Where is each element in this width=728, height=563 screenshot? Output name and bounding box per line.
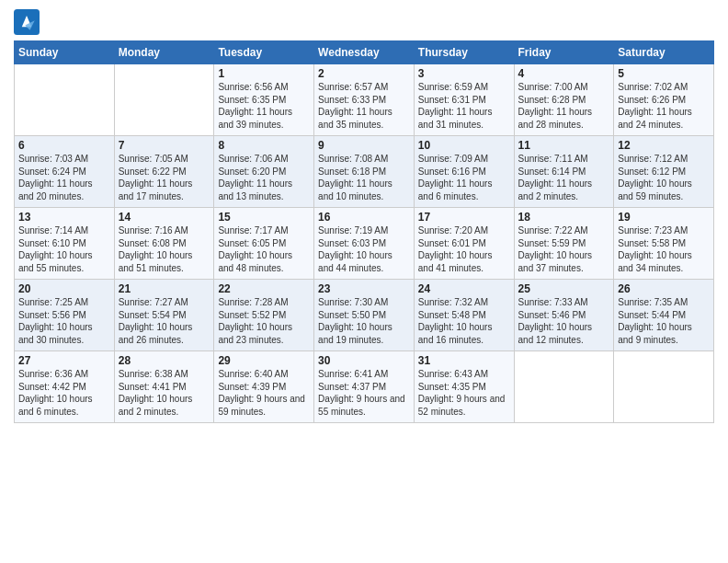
- day-number: 17: [418, 211, 510, 224]
- day-cell: 6Sunrise: 7:03 AMSunset: 6:24 PMDaylight…: [15, 136, 115, 208]
- day-detail: Sunrise: 7:06 AMSunset: 6:20 PMDaylight:…: [218, 153, 310, 202]
- day-cell: 15Sunrise: 7:17 AMSunset: 6:05 PMDayligh…: [214, 208, 314, 280]
- day-cell: 19Sunrise: 7:23 AMSunset: 5:58 PMDayligh…: [614, 208, 714, 280]
- day-detail: Sunrise: 7:16 AMSunset: 6:08 PMDaylight:…: [119, 224, 210, 274]
- day-cell: 23Sunrise: 7:30 AMSunset: 5:50 PMDayligh…: [314, 280, 415, 351]
- day-number: 27: [18, 354, 110, 367]
- day-number: 9: [318, 139, 410, 152]
- week-row-4: 27Sunrise: 6:36 AMSunset: 4:42 PMDayligh…: [15, 351, 714, 423]
- day-cell: 18Sunrise: 7:22 AMSunset: 5:59 PMDayligh…: [514, 208, 614, 280]
- day-number: 23: [318, 282, 410, 295]
- day-cell: 13Sunrise: 7:14 AMSunset: 6:10 PMDayligh…: [15, 208, 115, 280]
- day-cell: 1Sunrise: 6:56 AMSunset: 6:35 PMDaylight…: [214, 64, 314, 136]
- day-detail: Sunrise: 7:14 AMSunset: 6:10 PMDaylight:…: [18, 224, 110, 274]
- day-detail: Sunrise: 6:56 AMSunset: 6:35 PMDaylight:…: [218, 81, 310, 131]
- day-cell: 16Sunrise: 7:19 AMSunset: 6:03 PMDayligh…: [314, 208, 415, 280]
- day-number: 10: [418, 139, 510, 152]
- day-detail: Sunrise: 7:12 AMSunset: 6:12 PMDaylight:…: [618, 153, 710, 202]
- day-cell: 25Sunrise: 7:33 AMSunset: 5:46 PMDayligh…: [514, 280, 614, 351]
- day-header-sunday: Sunday: [15, 41, 115, 64]
- day-header-thursday: Thursday: [414, 41, 514, 64]
- day-detail: Sunrise: 7:05 AMSunset: 6:22 PMDaylight:…: [119, 153, 210, 202]
- day-detail: Sunrise: 7:17 AMSunset: 6:05 PMDaylight:…: [218, 224, 310, 274]
- day-detail: Sunrise: 7:19 AMSunset: 6:03 PMDaylight:…: [318, 224, 410, 274]
- day-number: 13: [18, 211, 110, 224]
- day-header-tuesday: Tuesday: [214, 41, 314, 64]
- day-number: 15: [218, 211, 310, 224]
- day-cell: 20Sunrise: 7:25 AMSunset: 5:56 PMDayligh…: [15, 280, 115, 351]
- week-row-0: 1Sunrise: 6:56 AMSunset: 6:35 PMDaylight…: [15, 64, 714, 136]
- day-number: 19: [618, 211, 710, 224]
- day-cell: 10Sunrise: 7:09 AMSunset: 6:16 PMDayligh…: [414, 136, 514, 208]
- day-detail: Sunrise: 7:11 AMSunset: 6:14 PMDaylight:…: [518, 153, 610, 202]
- header: [14, 9, 714, 35]
- day-number: 2: [318, 67, 410, 80]
- day-number: 16: [318, 211, 410, 224]
- day-detail: Sunrise: 7:32 AMSunset: 5:48 PMDaylight:…: [418, 296, 510, 346]
- day-detail: Sunrise: 7:25 AMSunset: 5:56 PMDaylight:…: [18, 296, 110, 346]
- day-cell: 30Sunrise: 6:41 AMSunset: 4:37 PMDayligh…: [314, 351, 415, 423]
- day-number: 30: [318, 354, 410, 367]
- day-cell: 7Sunrise: 7:05 AMSunset: 6:22 PMDaylight…: [114, 136, 214, 208]
- day-detail: Sunrise: 7:33 AMSunset: 5:46 PMDaylight:…: [518, 296, 610, 346]
- day-number: 5: [618, 67, 710, 80]
- day-detail: Sunrise: 7:02 AMSunset: 6:26 PMDaylight:…: [618, 81, 710, 131]
- logo: [14, 9, 41, 35]
- day-detail: Sunrise: 7:27 AMSunset: 5:54 PMDaylight:…: [119, 296, 210, 346]
- day-detail: Sunrise: 7:03 AMSunset: 6:24 PMDaylight:…: [18, 153, 110, 202]
- day-cell: 17Sunrise: 7:20 AMSunset: 6:01 PMDayligh…: [414, 208, 514, 280]
- day-cell: 21Sunrise: 7:27 AMSunset: 5:54 PMDayligh…: [114, 280, 214, 351]
- day-detail: Sunrise: 7:09 AMSunset: 6:16 PMDaylight:…: [418, 153, 510, 202]
- day-number: 20: [18, 282, 110, 295]
- day-detail: Sunrise: 7:08 AMSunset: 6:18 PMDaylight:…: [318, 153, 410, 202]
- day-cell: [15, 64, 115, 136]
- day-cell: 8Sunrise: 7:06 AMSunset: 6:20 PMDaylight…: [214, 136, 314, 208]
- day-cell: [114, 64, 214, 136]
- day-cell: 28Sunrise: 6:38 AMSunset: 4:41 PMDayligh…: [114, 351, 214, 423]
- day-cell: 9Sunrise: 7:08 AMSunset: 6:18 PMDaylight…: [314, 136, 415, 208]
- day-number: 8: [218, 139, 310, 152]
- page: SundayMondayTuesdayWednesdayThursdayFrid…: [0, 0, 728, 563]
- day-number: 6: [18, 139, 110, 152]
- day-detail: Sunrise: 6:38 AMSunset: 4:41 PMDaylight:…: [119, 368, 210, 418]
- day-cell: 29Sunrise: 6:40 AMSunset: 4:39 PMDayligh…: [214, 351, 314, 423]
- day-cell: 24Sunrise: 7:32 AMSunset: 5:48 PMDayligh…: [414, 280, 514, 351]
- day-cell: 11Sunrise: 7:11 AMSunset: 6:14 PMDayligh…: [514, 136, 614, 208]
- day-number: 1: [218, 67, 310, 80]
- week-row-2: 13Sunrise: 7:14 AMSunset: 6:10 PMDayligh…: [15, 208, 714, 280]
- day-number: 3: [418, 67, 510, 80]
- day-detail: Sunrise: 7:20 AMSunset: 6:01 PMDaylight:…: [418, 224, 510, 274]
- day-detail: Sunrise: 6:41 AMSunset: 4:37 PMDaylight:…: [318, 368, 410, 418]
- day-number: 31: [418, 354, 510, 367]
- day-detail: Sunrise: 6:57 AMSunset: 6:33 PMDaylight:…: [318, 81, 410, 131]
- day-cell: 3Sunrise: 6:59 AMSunset: 6:31 PMDaylight…: [414, 64, 514, 136]
- logo-icon: [14, 9, 40, 35]
- day-cell: 5Sunrise: 7:02 AMSunset: 6:26 PMDaylight…: [614, 64, 714, 136]
- day-header-saturday: Saturday: [614, 41, 714, 64]
- day-number: 25: [518, 282, 610, 295]
- day-number: 11: [518, 139, 610, 152]
- week-row-1: 6Sunrise: 7:03 AMSunset: 6:24 PMDaylight…: [15, 136, 714, 208]
- day-number: 21: [119, 282, 210, 295]
- calendar-header-row: SundayMondayTuesdayWednesdayThursdayFrid…: [15, 41, 714, 64]
- day-detail: Sunrise: 6:59 AMSunset: 6:31 PMDaylight:…: [418, 81, 510, 131]
- day-cell: 31Sunrise: 6:43 AMSunset: 4:35 PMDayligh…: [414, 351, 514, 423]
- day-cell: 22Sunrise: 7:28 AMSunset: 5:52 PMDayligh…: [214, 280, 314, 351]
- day-cell: 2Sunrise: 6:57 AMSunset: 6:33 PMDaylight…: [314, 64, 415, 136]
- day-cell: [614, 351, 714, 423]
- day-number: 7: [119, 139, 210, 152]
- day-number: 12: [618, 139, 710, 152]
- day-number: 4: [518, 67, 610, 80]
- week-row-3: 20Sunrise: 7:25 AMSunset: 5:56 PMDayligh…: [15, 280, 714, 351]
- day-detail: Sunrise: 7:35 AMSunset: 5:44 PMDaylight:…: [618, 296, 710, 346]
- day-cell: 14Sunrise: 7:16 AMSunset: 6:08 PMDayligh…: [114, 208, 214, 280]
- day-detail: Sunrise: 7:00 AMSunset: 6:28 PMDaylight:…: [518, 81, 610, 131]
- day-detail: Sunrise: 6:40 AMSunset: 4:39 PMDaylight:…: [218, 368, 310, 418]
- day-number: 28: [119, 354, 210, 367]
- day-number: 26: [618, 282, 710, 295]
- day-header-friday: Friday: [514, 41, 614, 64]
- day-number: 29: [218, 354, 310, 367]
- day-cell: 12Sunrise: 7:12 AMSunset: 6:12 PMDayligh…: [614, 136, 714, 208]
- day-cell: 27Sunrise: 6:36 AMSunset: 4:42 PMDayligh…: [15, 351, 115, 423]
- calendar-table: SundayMondayTuesdayWednesdayThursdayFrid…: [14, 40, 714, 423]
